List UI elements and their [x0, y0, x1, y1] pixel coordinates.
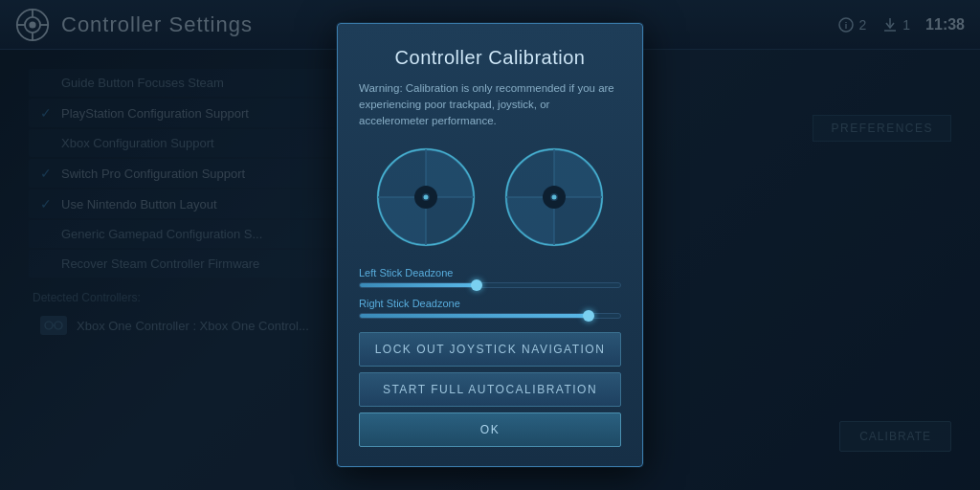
svg-point-20: [424, 195, 429, 200]
ok-button[interactable]: OK: [359, 412, 621, 447]
right-stick-thumb[interactable]: [583, 310, 594, 322]
right-stick-label: Right Stick Deadzone: [359, 298, 621, 309]
sliders-section: Left Stick Deadzone Right Stick Deadzone: [359, 267, 621, 319]
right-stick-fill: [360, 314, 589, 318]
left-stick-slider[interactable]: [359, 282, 621, 288]
left-stick-label: Left Stick Deadzone: [359, 267, 621, 278]
autocalibrate-button[interactable]: START FULL AUTOCALIBRATION: [359, 372, 621, 407]
lockout-joystick-button[interactable]: LOCK OUT JOYSTICK NAVIGATION: [359, 332, 621, 367]
left-joystick: [373, 145, 479, 250]
right-joystick: [501, 145, 607, 250]
joystick-visuals: [359, 145, 621, 250]
left-stick-fill: [360, 283, 477, 287]
left-stick-thumb[interactable]: [471, 279, 482, 291]
modal-title: Controller Calibration: [359, 47, 621, 69]
modal-warning-text: Warning: Calibration is only recommended…: [359, 80, 621, 130]
modal-overlay: Controller Calibration Warning: Calibrat…: [0, 0, 980, 490]
right-stick-slider[interactable]: [359, 313, 621, 319]
calibration-modal: Controller Calibration Warning: Calibrat…: [337, 23, 643, 468]
svg-point-27: [552, 195, 557, 200]
